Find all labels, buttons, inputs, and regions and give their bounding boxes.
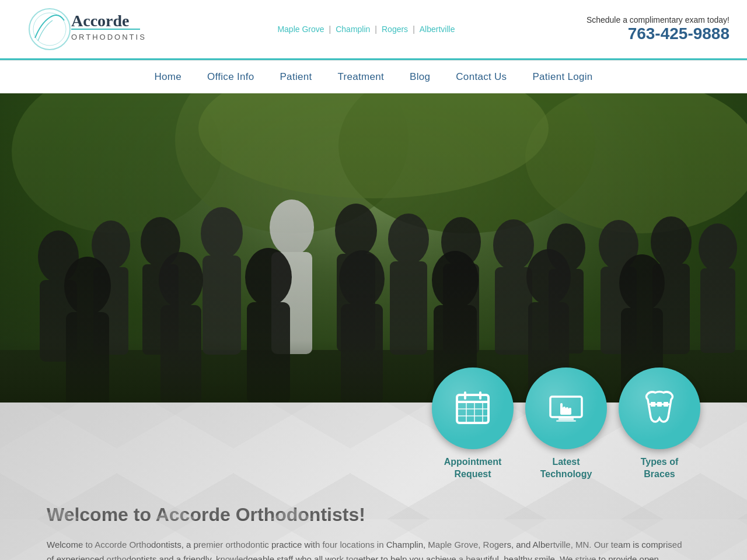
svg-point-0 [29,9,70,50]
lower-section: Appointment Request Latest Technology [0,402,747,560]
nav-treatment[interactable]: Treatment [325,61,397,93]
technology-icon [546,388,587,429]
svg-text:Accorde: Accorde [71,12,130,30]
top-bar: Accorde ORTHODONTISTS Maple Grove | Cham… [0,0,747,60]
svg-rect-65 [651,402,655,407]
icon-row: Appointment Request Latest Technology [0,368,747,481]
location-sep-3: | [413,24,415,34]
appointment-icon [452,388,493,429]
svg-rect-51 [0,93,747,402]
location-maple-grove[interactable]: Maple Grove [277,24,324,34]
svg-rect-62 [558,417,574,420]
technology-icon-circle [525,368,607,449]
phone-area: Schedule a complimentary exam today! 763… [587,15,729,43]
nav-patient[interactable]: Patient [267,61,324,93]
location-champlin[interactable]: Champlin [336,24,370,34]
phone-number[interactable]: 763-425-9888 [628,24,729,43]
schedule-text: Schedule a complimentary exam today! [587,15,729,24]
welcome-text: Welcome to Accorde Orthodontists, a prem… [47,537,689,560]
svg-text:ORTHODONTISTS: ORTHODONTISTS [71,33,146,41]
nav-contact-us[interactable]: Contact Us [443,61,519,93]
hero-image [0,93,747,402]
location-albertville[interactable]: Albertville [420,24,455,34]
braces-icon-wrapper[interactable]: Types of Braces [619,368,700,481]
location-sep-2: | [375,24,377,34]
nav-blog[interactable]: Blog [397,61,443,93]
appointment-label: Appointment Request [444,456,502,481]
logo-area: Accorde ORTHODONTISTS [18,6,146,52]
location-sep-1: | [329,24,331,34]
braces-icon [639,388,680,429]
welcome-title: Welcome to Accorde Orthodontists! [47,504,700,526]
appointment-icon-circle [432,368,514,449]
svg-rect-66 [657,402,662,407]
technology-icon-wrapper[interactable]: Latest Technology [525,368,607,481]
logo: Accorde ORTHODONTISTS [18,6,146,52]
hero-section [0,93,747,402]
main-nav: Home Office Info Patient Treatment Blog … [0,60,747,93]
location-rogers[interactable]: Rogers [382,24,408,34]
technology-label: Latest Technology [540,456,592,481]
appointment-icon-wrapper[interactable]: Appointment Request [432,368,514,481]
braces-icon-circle [619,368,700,449]
svg-rect-67 [664,402,668,407]
location-links: Maple Grove | Champlin | Rogers | Albert… [277,24,455,34]
svg-rect-63 [556,420,576,422]
nav-office-info[interactable]: Office Info [194,61,267,93]
nav-home[interactable]: Home [141,61,194,93]
welcome-body: Welcome to Accorde Orthodontists, a prem… [47,540,682,560]
welcome-section: Welcome to Accorde Orthodontists! Welcom… [0,492,747,560]
nav-patient-login[interactable]: Patient Login [519,61,605,93]
braces-label: Types of Braces [641,456,679,481]
